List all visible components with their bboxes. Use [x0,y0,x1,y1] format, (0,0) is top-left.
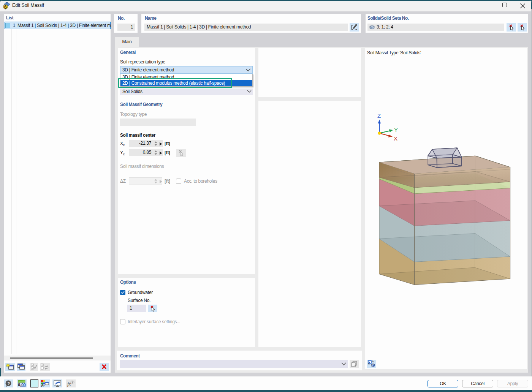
svg-text:Y: Y [394,126,398,133]
svg-text:Z: Z [377,112,381,119]
svg-text:?: ? [7,381,10,386]
svg-text:00: 00 [21,383,26,387]
svg-text:0,: 0, [18,383,21,387]
svg-text:A: A [41,384,44,387]
svg-text:X: X [394,135,397,142]
svg-text:6: 6 [4,5,7,9]
